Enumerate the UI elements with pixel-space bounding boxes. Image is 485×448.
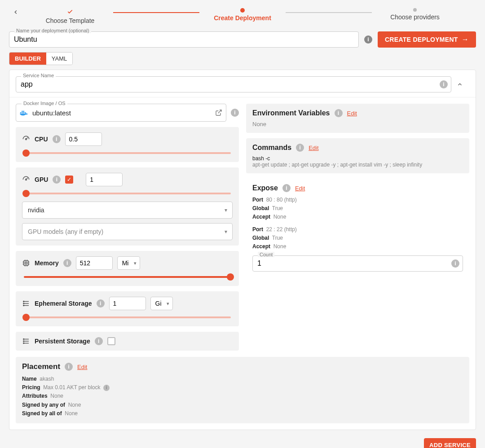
dot-todo-icon (413, 8, 417, 12)
env-edit-link[interactable]: Edit (347, 110, 357, 117)
docker-image-value[interactable]: ubuntu:latest (32, 109, 71, 117)
expose-port-group: Port 22 : 22 (http) Global True Accept N… (252, 225, 463, 251)
step-label-1: Choose Template (46, 17, 95, 24)
commands-section: Commands i Edit bash -c apt-get update ;… (246, 138, 469, 173)
persistent-storage-checkbox[interactable]: ✓ (107, 337, 115, 345)
svg-rect-5 (25, 112, 26, 114)
open-external-icon[interactable] (215, 109, 222, 116)
info-icon[interactable]: i (440, 80, 448, 88)
expose-edit-link[interactable]: Edit (295, 185, 305, 192)
gpu-label: GPU (35, 176, 48, 183)
storage-icon (22, 337, 30, 345)
svg-rect-4 (23, 111, 25, 112)
gpu-vendor-select[interactable]: nvidia (22, 202, 233, 219)
commands-line2: apt-get update ; apt-get upgrade -y ; ap… (252, 162, 463, 168)
gauge-icon (22, 135, 30, 143)
memory-unit-select[interactable]: Mi (117, 256, 140, 270)
info-icon[interactable]: i (282, 184, 291, 192)
gpu-enable-checkbox[interactable]: ✓ (65, 176, 73, 184)
info-icon[interactable]: i (335, 109, 343, 117)
step-label-2: Create Deployment (214, 14, 271, 22)
info-icon[interactable]: i (53, 176, 61, 184)
cpu-label: CPU (35, 136, 48, 143)
gpu-block: GPU i ✓ nvidia GPU models (any if empty) (16, 167, 239, 246)
ephemeral-storage-label: Ephemeral Storage (35, 300, 92, 307)
cpu-block: CPU i (16, 127, 239, 162)
tab-builder[interactable]: BUILDER (9, 53, 46, 65)
persistent-storage-block: Persistent Storage i ✓ (16, 332, 239, 351)
ephemeral-storage-slider[interactable] (22, 314, 233, 321)
memory-input[interactable] (76, 256, 113, 270)
svg-line-6 (218, 110, 221, 113)
info-icon[interactable]: i (296, 144, 304, 152)
dot-active-icon (240, 8, 245, 13)
builder-yaml-toggle: BUILDER YAML (9, 52, 73, 65)
docker-icon (20, 109, 32, 116)
create-deployment-label: CREATE DEPLOYMENT (385, 36, 458, 43)
svg-rect-1 (22, 112, 23, 114)
info-icon[interactable]: i (103, 385, 110, 391)
deployment-name-input[interactable] (9, 31, 359, 48)
arrow-right-icon: → (462, 35, 469, 44)
info-icon[interactable]: i (95, 337, 103, 345)
placement-edit-link[interactable]: Edit (77, 364, 87, 370)
gpu-slider[interactable] (22, 190, 233, 197)
persistent-storage-label: Persistent Storage (35, 338, 90, 345)
commands-edit-link[interactable]: Edit (309, 145, 318, 151)
count-label: Count (258, 252, 274, 257)
svg-rect-0 (20, 112, 22, 114)
collapse-toggle[interactable] (457, 81, 469, 88)
gpu-count-input[interactable] (86, 173, 123, 186)
service-name-input[interactable] (16, 76, 451, 92)
create-deployment-button[interactable]: CREATE DEPLOYMENT → (378, 31, 476, 48)
add-service-label: ADD SERVICE (429, 442, 471, 448)
expose-port-group: Port 80 : 80 (http) Global True Accept N… (252, 196, 463, 222)
expose-title: Expose (252, 184, 278, 192)
add-service-button[interactable]: ADD SERVICE (424, 438, 476, 448)
info-icon[interactable]: i (364, 35, 372, 44)
storage-icon (22, 299, 30, 307)
info-icon[interactable]: i (65, 363, 73, 371)
deployment-name-label: Name your deployment (optional) (14, 28, 91, 33)
svg-point-20 (23, 301, 24, 302)
info-icon[interactable]: i (63, 259, 71, 267)
placement-title: Placement (22, 362, 60, 371)
cpu-slider[interactable] (22, 149, 233, 157)
service-card: Service Name i Docker Image / OS ubuntu:… (9, 70, 476, 430)
info-icon[interactable]: i (53, 135, 61, 143)
commands-title: Commands (252, 144, 291, 152)
step-label-3: Choose providers (390, 13, 440, 21)
cpu-input[interactable] (65, 132, 102, 146)
step-connector (286, 12, 372, 13)
svg-rect-2 (23, 112, 25, 114)
gpu-models-select[interactable]: GPU models (any if empty) (22, 223, 233, 240)
service-name-label: Service Name (21, 73, 56, 78)
svg-rect-8 (25, 262, 27, 264)
back-button[interactable] (13, 9, 19, 15)
info-icon[interactable]: i (451, 259, 459, 268)
svg-point-28 (23, 343, 24, 344)
memory-icon (22, 259, 30, 267)
info-icon[interactable]: i (231, 109, 239, 117)
count-input[interactable] (252, 255, 463, 272)
step-connector (113, 12, 199, 13)
svg-point-27 (23, 341, 24, 342)
svg-point-22 (23, 305, 24, 306)
memory-block: Memory i Mi (16, 251, 239, 286)
ephemeral-storage-block: Ephemeral Storage i Gi (16, 291, 239, 326)
ephemeral-storage-input[interactable] (109, 297, 146, 310)
env-body: None (252, 121, 463, 127)
gauge-icon (22, 176, 30, 184)
tab-yaml[interactable]: YAML (46, 53, 72, 65)
memory-slider[interactable] (22, 273, 233, 281)
svg-point-26 (23, 339, 24, 340)
commands-line1: bash -c (252, 155, 463, 162)
ephemeral-storage-unit-select[interactable]: Gi (150, 297, 173, 310)
svg-rect-7 (24, 261, 29, 266)
svg-rect-3 (22, 111, 23, 112)
info-icon[interactable]: i (97, 299, 105, 307)
expose-section: Expose i Edit Port 80 : 80 (http) Global… (246, 179, 469, 272)
svg-point-21 (23, 303, 24, 304)
docker-image-label: Docker Image / OS (22, 101, 67, 106)
env-section: Environment Variables i Edit None (246, 104, 469, 133)
